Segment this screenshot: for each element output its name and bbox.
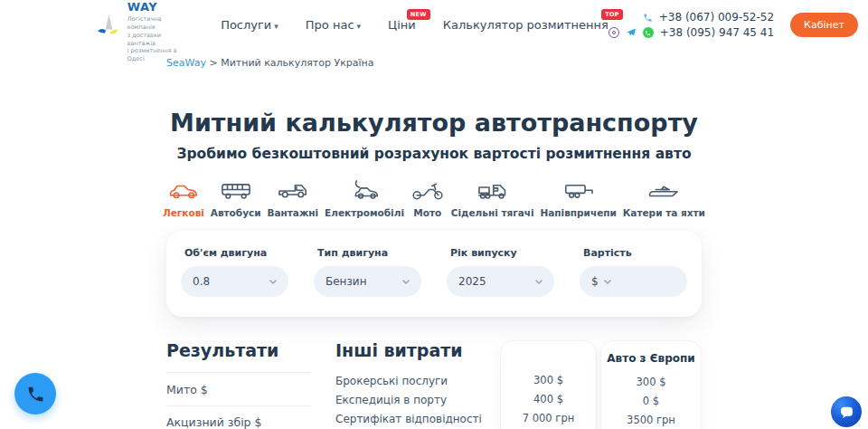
car-icon	[166, 180, 201, 202]
chevron-down-icon	[269, 280, 277, 284]
telegram-icon[interactable]	[626, 27, 637, 38]
header: SEA WAY Логістична компанія з доставки в…	[0, 0, 868, 50]
boat-icon	[646, 180, 681, 202]
other-costs-column: Інші витрати Брокерські послуги Експедиц…	[335, 340, 500, 429]
semi-truck-icon	[476, 180, 510, 202]
whatsapp-icon[interactable]	[643, 27, 654, 38]
tab-electric-cars[interactable]: Електромобілі	[325, 180, 404, 218]
phone-row-1: +38 (067) 009-52-52	[643, 11, 774, 24]
electric-car-icon	[347, 180, 382, 202]
page-subtitle: Зробимо безкоштовний розрахунок вартості…	[0, 146, 868, 162]
calculator-form: Об'єм двигуна 0.8 Тип двигуна Бензин Рік…	[166, 231, 702, 317]
tab-motorcycles[interactable]: Мото	[410, 180, 445, 218]
logo-text: SEA WAY Логістична компанія з доставки в…	[127, 0, 177, 63]
vehicle-tabs: Легкові Автобуси Вантажні Електромобілі …	[163, 180, 705, 218]
chevron-down-icon	[604, 280, 611, 284]
cabinet-button[interactable]: Кабінет	[790, 13, 858, 37]
cost-card-prices: 300 $ 400 $ 7 000 грн	[500, 340, 597, 429]
cost-card-title: Авто з Європи	[601, 352, 701, 365]
year-select[interactable]: 2025	[447, 266, 554, 297]
phone-row-2: +38 (095) 947 45 41	[609, 26, 774, 39]
result-row-excise: Акцизний збір $	[166, 405, 311, 429]
breadcrumb-separator: >	[209, 57, 217, 69]
tab-cars[interactable]: Легкові	[163, 180, 204, 218]
currency-select[interactable]: $	[580, 266, 687, 297]
engine-volume-select[interactable]: 0.8	[181, 266, 288, 297]
cost-card-europe: Авто з Європи 300 $ 0 $ 3500 грн	[600, 340, 702, 429]
chat-bubble-icon	[839, 405, 854, 420]
floating-call-button[interactable]	[14, 373, 56, 415]
cost-value: 3500 грн	[601, 411, 701, 429]
result-row-duty: Мито $	[166, 372, 311, 405]
logo-tagline: Логістична компанія з доставки вантажів …	[127, 15, 177, 63]
cost-value: 300 $	[601, 373, 701, 392]
other-cost-item: Сертифікат відповідності стандартам	[335, 410, 500, 429]
cost-value: 400 $	[501, 390, 596, 409]
page-title: Митний калькулятор автотранспорту	[0, 109, 868, 137]
logo-title: SEA WAY	[127, 0, 177, 14]
tab-buses[interactable]: Автобуси	[211, 180, 261, 218]
breadcrumb: SeaWay > Митний калькулятор Україна	[166, 57, 702, 69]
cost-value: 7 000 грн	[501, 409, 596, 428]
logo[interactable]: SEA WAY Логістична компанія з доставки в…	[96, 0, 177, 63]
tab-boats[interactable]: Катери та яхти	[623, 180, 705, 218]
other-cost-item: Брокерські послуги	[335, 372, 500, 391]
phone-number-2[interactable]: +38 (095) 947 45 41	[660, 26, 774, 39]
chat-widget-button[interactable]	[831, 396, 862, 427]
results-section: Результати Мито $ Акцизний збір $ Інші в…	[166, 340, 702, 429]
main-nav: Послуги▾ Про нас▾ Ціни NEW Калькулятор р…	[221, 18, 609, 32]
cost-value: 300 $	[501, 371, 596, 390]
chevron-down-icon: ▾	[357, 22, 362, 31]
trailer-icon	[561, 180, 596, 202]
other-cost-item: Експедиція в порту	[335, 391, 500, 410]
nav-item-customs-calculator[interactable]: Калькулятор розмитнення TOP	[443, 18, 609, 32]
field-engine-type: Тип двигуна Бензин	[314, 247, 421, 297]
tab-semi-trucks[interactable]: Сідельні тягачі	[451, 180, 534, 218]
field-year: Рік випуску 2025	[447, 247, 554, 297]
phone-icon	[26, 385, 45, 404]
motorcycle-icon	[410, 180, 445, 202]
nav-item-prices[interactable]: Ціни NEW	[388, 18, 416, 32]
nav-item-about[interactable]: Про нас▾	[306, 18, 361, 32]
new-badge: NEW	[407, 9, 430, 20]
breadcrumb-home-link[interactable]: SeaWay	[166, 57, 206, 69]
top-badge: TOP	[601, 9, 623, 20]
viber-icon[interactable]	[609, 27, 619, 38]
bus-icon	[219, 180, 253, 202]
results-title: Результати	[166, 340, 335, 360]
truck-icon	[276, 180, 310, 202]
engine-type-select[interactable]: Бензин	[314, 266, 421, 297]
tab-trucks[interactable]: Вантажні	[267, 180, 318, 218]
cost-value: 0 $	[601, 392, 701, 411]
phone-icon	[643, 13, 653, 23]
breadcrumb-current: Митний калькулятор Україна	[221, 57, 373, 69]
nav-item-services[interactable]: Послуги▾	[221, 18, 278, 32]
other-costs-title: Інші витрати	[335, 340, 500, 360]
results-column: Результати Мито $ Акцизний збір $	[166, 340, 335, 429]
header-contacts: +38 (067) 009-52-52 +38 (095) 947 45 41	[609, 11, 774, 39]
chevron-down-icon	[402, 280, 410, 284]
chevron-down-icon: ▾	[274, 22, 278, 31]
field-cost: Вартість $	[580, 247, 687, 297]
chevron-down-icon	[535, 280, 542, 284]
field-engine-volume: Об'єм двигуна 0.8	[181, 247, 288, 297]
seaway-logo-icon	[96, 9, 121, 42]
phone-number-1[interactable]: +38 (067) 009-52-52	[659, 11, 774, 24]
tab-semi-trailers[interactable]: Напівпричепи	[540, 180, 616, 218]
